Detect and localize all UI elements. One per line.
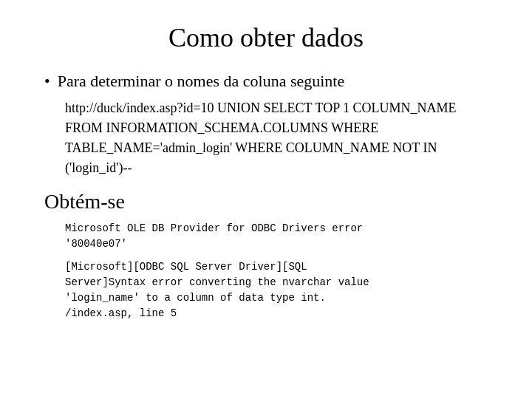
obtained-heading: Obtém-se	[44, 190, 488, 214]
bullet-dot: •	[44, 71, 50, 92]
url-block: http://duck/index.asp?id=10 UNION SELECT…	[65, 98, 488, 178]
code-block-1: Microsoft OLE DB Provider for ODBC Drive…	[65, 221, 488, 252]
bullet-intro-text: Para determinar o nomes da coluna seguin…	[58, 71, 345, 92]
bullet-item: • Para determinar o nomes da coluna segu…	[44, 71, 488, 92]
code-block-2: [Microsoft][ODBC SQL Server Driver][SQL …	[65, 259, 488, 321]
page-title: Como obter dados	[44, 22, 488, 53]
bullet-section: • Para determinar o nomes da coluna segu…	[44, 71, 488, 178]
page-container: Como obter dados • Para determinar o nom…	[0, 0, 532, 399]
